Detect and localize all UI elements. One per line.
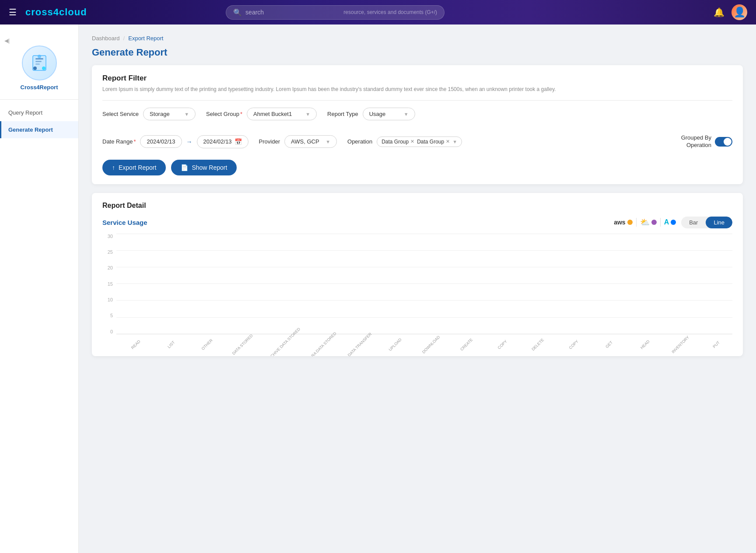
page-title: Generate Report — [92, 47, 743, 58]
x-axis-label: RA DATA STORED — [310, 330, 338, 356]
line-chart-button[interactable]: Line — [706, 217, 732, 228]
provider-field: Provider AWS, GCP ▼ — [259, 135, 337, 148]
select-service-dropdown[interactable]: Storage ▼ — [143, 108, 196, 120]
search-icon: 🔍 — [233, 8, 242, 17]
operation-tag-1-remove[interactable]: ✕ — [410, 139, 414, 144]
bar-chart-button[interactable]: Bar — [681, 217, 706, 228]
show-report-button[interactable]: 📄 Show Report — [171, 160, 237, 175]
chevron-down-icon: ▼ — [452, 139, 457, 144]
date-from-value: 2024/02/13 — [147, 138, 175, 145]
select-group-value: Ahmet Bucket1 — [253, 111, 292, 117]
operation-tag-1-label: Data Group — [382, 139, 409, 145]
app-logo: cross4cloud — [25, 7, 87, 18]
x-labels: READLISTOTHERDATA STOREDARCHIVE DATA STO… — [116, 341, 732, 347]
x-axis-label: UPLOAD — [381, 330, 410, 356]
export-icon: ↑ — [112, 164, 115, 171]
x-axis-label: COPY — [488, 330, 517, 356]
operation-tag-2-label: Data Group — [417, 139, 444, 145]
x-axis-label: DOWNLOAD — [417, 330, 445, 356]
provider-dropdown[interactable]: AWS, GCP ▼ — [284, 135, 337, 148]
legend-aws-logo: aws — [614, 219, 625, 226]
x-axis-label: HEAD — [631, 330, 659, 356]
breadcrumb-home[interactable]: Dashboard — [92, 35, 120, 42]
operation-tag-1: Data Group ✕ — [382, 139, 414, 145]
show-icon: 📄 — [181, 164, 188, 171]
date-range-label: Date Range* — [102, 138, 136, 145]
grouped-by-toggle[interactable] — [715, 137, 732, 147]
search-input[interactable] — [245, 9, 339, 16]
x-axis-label: DATA TRANSFER — [346, 330, 374, 356]
legend-aws-dot — [627, 220, 633, 225]
y-axis-label: 10 — [102, 297, 113, 302]
select-group-dropdown[interactable]: Ahmet Bucket1 ▼ — [247, 108, 317, 120]
report-detail-title: Report Detail — [92, 193, 743, 210]
select-service-field: Select Service Storage ▼ — [102, 108, 196, 120]
chevron-down-icon: ▼ — [326, 139, 330, 144]
calendar-icon[interactable]: 📅 — [234, 138, 242, 145]
select-group-field: Select Group* Ahmet Bucket1 ▼ — [206, 108, 317, 120]
provider-label: Provider — [259, 138, 280, 145]
export-report-button[interactable]: ↑ Export Report — [102, 160, 166, 175]
filter-title: Report Filter — [102, 74, 732, 83]
notification-bell-icon[interactable]: 🔔 — [714, 7, 724, 18]
select-service-label: Select Service — [102, 111, 139, 117]
chart-controls: aws ⛅ A — [614, 217, 732, 228]
avatar[interactable]: 👤 — [732, 4, 747, 20]
y-axis-label: 30 — [102, 234, 113, 239]
grouped-by-field: Grouped By Operation — [681, 134, 732, 149]
y-axis-label: 15 — [102, 281, 113, 287]
sidebar-logo-icon — [22, 46, 57, 80]
buttons-row: ↑ Export Report 📄 Show Report — [92, 156, 743, 184]
chart-canvas: 051015202530 READLISTOTHERDATA STOREDARC… — [102, 234, 732, 347]
hamburger-menu[interactable]: ☰ — [9, 7, 17, 18]
grouped-by-label: Grouped By Operation — [681, 134, 711, 149]
filter-header: Report Filter Lorem Ipsum is simply dumm… — [92, 65, 743, 93]
report-filter-card: Report Filter Lorem Ipsum is simply dumm… — [92, 65, 743, 184]
svg-point-6 — [42, 66, 46, 70]
y-axis-label: 5 — [102, 313, 113, 318]
report-type-dropdown[interactable]: Usage ▼ — [363, 108, 415, 120]
chart-bars — [116, 234, 732, 334]
top-navigation: ☰ cross4cloud 🔍 resource, services and d… — [0, 0, 756, 24]
filter-row-1: Select Service Storage ▼ Select Group* A… — [92, 101, 743, 127]
sidebar-logo-section: ◀| Cross4Report — [0, 33, 78, 100]
x-axis-label: COPY — [560, 330, 588, 356]
date-arrow-icon: → — [186, 138, 192, 145]
breadcrumb-current: Export Report — [128, 35, 163, 42]
svg-rect-3 — [35, 63, 40, 65]
report-type-label: Report Type — [327, 111, 358, 117]
select-service-value: Storage — [150, 111, 170, 117]
legend-gcp-dot — [651, 220, 657, 225]
svg-rect-1 — [35, 58, 43, 60]
filter-description: Lorem Ipsum is simply dummy text of the … — [102, 85, 732, 93]
x-axis-label: CREATE — [452, 330, 481, 356]
legend-azure-logo: A — [664, 218, 669, 226]
sidebar-collapse-button[interactable]: ◀| — [4, 38, 10, 44]
search-bar[interactable]: 🔍 resource, services and documents (G+/) — [226, 5, 444, 20]
sidebar: ◀| Cross4Report Query Report Generate Re… — [0, 24, 79, 553]
operation-tag-2-remove[interactable]: ✕ — [446, 139, 450, 144]
x-axis-label: DATA STORED — [228, 330, 257, 356]
x-axis-label: GET — [595, 330, 623, 356]
filter-row-2: Date Range* 2024/02/13 → 2024/02/13 📅 Pr… — [92, 127, 743, 156]
breadcrumb: Dashboard / Export Report — [92, 35, 743, 42]
x-axis-label: OTHER — [193, 330, 221, 356]
sidebar-item-query-report[interactable]: Query Report — [0, 104, 78, 121]
date-from-input[interactable]: 2024/02/13 — [140, 135, 182, 148]
legend-divider-1 — [636, 218, 637, 227]
svg-point-5 — [33, 66, 37, 70]
date-range-field: Date Range* 2024/02/13 → 2024/02/13 📅 — [102, 135, 248, 148]
legend-aws: aws — [614, 219, 632, 226]
operation-field: Operation Data Group ✕ Data Group ✕ ▼ — [347, 136, 462, 147]
search-hint: resource, services and documents (G+/) — [343, 9, 437, 15]
sidebar-item-generate-report[interactable]: Generate Report — [0, 121, 78, 138]
report-type-field: Report Type Usage ▼ — [327, 108, 415, 120]
chevron-down-icon: ▼ — [184, 112, 189, 117]
x-axis-label: PUT — [702, 330, 730, 356]
legend-gcp: ⛅ — [640, 217, 657, 227]
chart-legend: aws ⛅ A — [614, 217, 676, 227]
main-layout: ◀| Cross4Report Query Report Generate Re… — [0, 24, 756, 553]
sidebar-brand-name: Cross4Report — [21, 84, 58, 91]
chart-type-buttons: Bar Line — [681, 217, 732, 228]
date-to-input[interactable]: 2024/02/13 📅 — [197, 135, 248, 148]
